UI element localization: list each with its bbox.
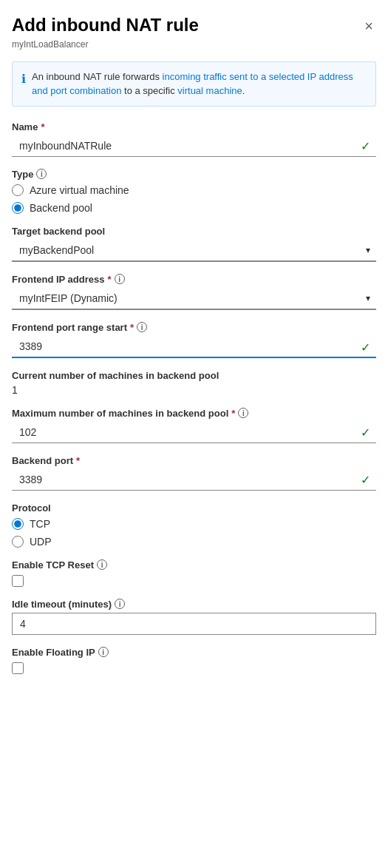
backend-port-label: Backend port * [12,455,376,466]
frontend-ip-select[interactable]: myIntFEIP (Dynamic) [12,288,376,309]
floating-ip-checkbox-item [12,662,376,674]
name-check-icon: ✓ [361,139,370,153]
name-label: Name * [12,121,376,132]
max-machines-input[interactable] [12,422,376,443]
type-radio-azure-vm[interactable] [12,184,24,196]
frontend-port-range-input[interactable] [12,336,376,358]
backend-port-check-icon: ✓ [361,473,370,487]
tcp-reset-checkbox-item [12,575,376,587]
idle-timeout-input[interactable] [12,613,376,635]
floating-ip-label: Enable Floating IP i [12,647,376,658]
type-field-group: Type i Azure virtual machine Backend poo… [12,169,376,214]
backend-port-group: Backend port * ✓ [12,455,376,491]
tcp-reset-info-icon[interactable]: i [97,559,107,570]
info-icon: ℹ [21,70,26,98]
protocol-label-udp: UDP [30,536,52,548]
name-input-wrapper: ✓ [12,135,376,157]
idle-timeout-info-icon[interactable]: i [115,599,125,609]
type-radio-backend-pool[interactable] [12,202,24,214]
frontend-port-range-required: * [130,322,134,333]
type-option-azure-vm[interactable]: Azure virtual machine [12,184,376,196]
floating-ip-info-icon[interactable]: i [98,647,109,657]
tcp-reset-group: Enable TCP Reset i [12,559,376,587]
frontend-port-range-info-icon[interactable]: i [137,322,147,332]
tcp-reset-checkbox[interactable] [12,575,24,587]
close-button[interactable]: × [361,18,376,35]
type-info-icon[interactable]: i [36,169,47,179]
info-banner: ℹ An inbound NAT rule forwards incoming … [12,61,376,107]
name-input[interactable] [12,135,376,157]
max-machines-info-icon[interactable]: i [238,408,248,418]
frontend-port-check-icon: ✓ [361,340,370,354]
protocol-label: Protocol [12,502,376,514]
protocol-radio-tcp[interactable] [12,518,24,530]
floating-ip-checkbox[interactable] [12,662,24,674]
current-machines-value: 1 [12,384,376,396]
max-machines-group: Maximum number of machines in backend po… [12,408,376,443]
max-machines-check-icon: ✓ [361,425,370,440]
frontend-port-range-input-wrapper: ✓ [12,336,376,358]
tcp-reset-label: Enable TCP Reset i [12,559,376,571]
protocol-radio-group: TCP UDP [12,518,376,548]
info-text: An inbound NAT rule forwards incoming tr… [32,70,367,98]
target-backend-pool-label: Target backend pool [12,226,376,237]
protocol-field-group: Protocol TCP UDP [12,502,376,548]
current-machines-label: Current number of machines in backend po… [12,370,376,381]
type-label-backend-pool: Backend pool [30,202,92,214]
max-machines-required: * [231,408,235,419]
floating-ip-group: Enable Floating IP i [12,647,376,674]
max-machines-input-wrapper: ✓ [12,422,376,443]
current-machines-group: Current number of machines in backend po… [12,370,376,396]
protocol-option-udp[interactable]: UDP [12,536,376,548]
frontend-ip-group: Frontend IP address * i myIntFEIP (Dynam… [12,274,376,310]
protocol-option-tcp[interactable]: TCP [12,518,376,530]
page-title: Add inbound NAT rule [12,15,199,36]
type-label-azure-vm: Azure virtual machine [30,184,129,196]
backend-port-input[interactable] [12,469,376,491]
frontend-ip-info-icon[interactable]: i [115,274,125,284]
type-option-backend-pool[interactable]: Backend pool [12,202,376,214]
page-subtitle: myIntLoadBalancer [12,39,376,50]
max-machines-label: Maximum number of machines in backend po… [12,408,376,419]
backend-port-input-wrapper: ✓ [12,469,376,491]
protocol-label-tcp: TCP [30,518,50,530]
idle-timeout-group: Idle timeout (minutes) i [12,599,376,635]
target-backend-pool-group: Target backend pool myBackendPool ▾ [12,226,376,262]
protocol-radio-udp[interactable] [12,536,24,548]
name-field-group: Name * ✓ [12,121,376,157]
idle-timeout-label: Idle timeout (minutes) i [12,599,376,610]
frontend-ip-required: * [107,274,111,285]
frontend-ip-label: Frontend IP address * i [12,274,376,285]
frontend-port-range-label: Frontend port range start * i [12,322,376,333]
frontend-port-range-group: Frontend port range start * i ✓ [12,322,376,358]
idle-timeout-input-wrapper [12,613,376,635]
type-label: Type i [12,169,376,180]
target-backend-pool-dropdown[interactable]: myBackendPool ▾ [12,240,376,262]
type-radio-group: Azure virtual machine Backend pool [12,184,376,214]
target-backend-pool-select[interactable]: myBackendPool [12,240,376,260]
backend-port-required: * [76,455,80,466]
name-required: * [41,121,44,132]
frontend-ip-dropdown[interactable]: myIntFEIP (Dynamic) ▾ [12,288,376,310]
